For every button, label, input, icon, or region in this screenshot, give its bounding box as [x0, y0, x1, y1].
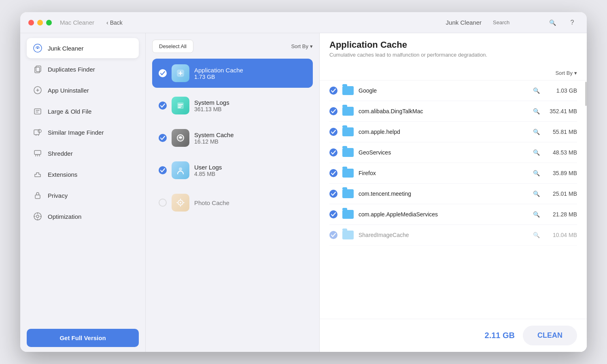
sidebar-item-shredder[interactable]: Shredder — [27, 143, 139, 163]
clean-button[interactable]: CLEAN — [523, 326, 577, 345]
file-search-icon-google[interactable]: 🔍 — [533, 87, 540, 94]
file-item-geoservices[interactable]: GeoServices 🔍 48.53 MB — [329, 142, 577, 163]
sidebar-item-optimization[interactable]: Optimization — [27, 206, 139, 226]
system-cache-name: System Cache — [194, 131, 306, 138]
sidebar-item-similar-image-finder[interactable]: Similar Image Finder — [27, 122, 139, 142]
file-check-google — [329, 87, 337, 95]
file-item-appmedia[interactable]: com.apple.AppleMediaServices 🔍 21.28 MB — [329, 204, 577, 225]
middle-panel: Deselect All Sort By ▾ App — [146, 33, 320, 352]
file-check-tencent — [329, 190, 337, 198]
file-check-helpd — [329, 128, 337, 136]
sidebar-item-app-uninstaller[interactable]: App Uninstaller — [27, 80, 139, 100]
system-logs-info: System Logs 361.13 MB — [194, 99, 306, 112]
search-bar: 🔍 — [488, 17, 561, 29]
section-title: Junk Cleaner — [446, 19, 482, 26]
scrollbar[interactable] — [585, 82, 587, 106]
cat-check-photo-cache — [159, 199, 167, 207]
cat-check-system-logs — [159, 102, 167, 110]
traffic-lights — [28, 20, 52, 25]
user-logs-icon — [172, 161, 189, 179]
right-panel: Application Cache Cumulative caches lead… — [320, 33, 587, 352]
content-area: Junk Cleaner Duplicates Finder — [20, 33, 587, 352]
duplicates-finder-icon — [32, 64, 43, 74]
file-item-dingtalk[interactable]: com.alibaba.DingTalkMac 🔍 352.41 MB — [329, 101, 577, 122]
titlebar: Mac Cleaner ‹ Back Junk Cleaner 🔍 ? — [20, 12, 587, 33]
file-item-firefox[interactable]: Firefox 🔍 35.89 MB — [329, 163, 577, 184]
sort-by-right-button[interactable]: Sort By ▾ — [555, 70, 577, 76]
file-size-sharedimagecache: 10.04 MB — [545, 232, 577, 238]
file-item-helpd[interactable]: com.apple.helpd 🔍 55.81 MB — [329, 122, 577, 142]
maximize-button[interactable] — [46, 20, 52, 25]
folder-icon-helpd — [342, 127, 354, 136]
category-item-system-cache[interactable]: System Cache 16.12 MB — [152, 123, 313, 152]
category-item-system-logs[interactable]: System Logs 361.13 MB — [152, 91, 313, 120]
svg-rect-9 — [35, 195, 40, 199]
back-button[interactable]: ‹ Back — [106, 19, 123, 26]
svg-point-1 — [37, 47, 38, 49]
sidebar-item-privacy[interactable]: Privacy — [27, 185, 139, 205]
file-item-sharedimagecache[interactable]: SharedImageCache 🔍 10.04 MB — [329, 225, 577, 245]
file-name-google: Google — [359, 87, 528, 94]
file-search-icon-dingtalk[interactable]: 🔍 — [533, 108, 540, 114]
file-name-appmedia: com.apple.AppleMediaServices — [359, 211, 528, 218]
total-size: 2.11 GB — [485, 331, 515, 340]
file-size-helpd: 55.81 MB — [545, 129, 577, 135]
file-search-icon-geoservices[interactable]: 🔍 — [533, 149, 540, 156]
file-search-icon-tencent[interactable]: 🔍 — [533, 190, 540, 197]
system-logs-name: System Logs — [194, 99, 306, 106]
folder-icon-sharedimagecache — [342, 231, 354, 239]
deselect-all-button[interactable]: Deselect All — [152, 40, 193, 53]
extensions-icon — [32, 169, 43, 180]
category-item-user-logs[interactable]: User Logs 4.85 MB — [152, 156, 313, 185]
svg-rect-8 — [34, 150, 41, 154]
file-size-dingtalk: 352.41 MB — [545, 108, 577, 114]
category-item-photo-cache[interactable]: Photo Cache — [152, 188, 313, 217]
large-old-file-icon — [32, 106, 43, 116]
file-item-google[interactable]: Google 🔍 1.03 GB — [329, 80, 577, 101]
photo-cache-icon — [172, 194, 189, 212]
sidebar-item-label-junk-cleaner: Junk Cleaner — [48, 45, 83, 52]
minimize-button[interactable] — [37, 20, 43, 25]
bottom-bar: 2.11 GB CLEAN — [320, 319, 587, 352]
file-search-icon-appmedia[interactable]: 🔍 — [533, 211, 540, 218]
privacy-icon — [32, 190, 43, 201]
right-title-row: Application Cache — [329, 40, 577, 50]
file-size-geoservices: 48.53 MB — [545, 149, 577, 156]
file-size-google: 1.03 GB — [545, 87, 577, 94]
help-button[interactable]: ? — [566, 16, 579, 29]
app-cache-name: Application Cache — [194, 67, 306, 74]
cat-check-user-logs — [159, 166, 167, 174]
file-size-firefox: 35.89 MB — [545, 170, 577, 176]
folder-icon-firefox — [342, 169, 354, 178]
category-item-app-cache[interactable]: Application Cache 1.73 GB — [152, 59, 313, 88]
shredder-icon — [32, 148, 43, 159]
sort-chevron-down-icon: ▾ — [574, 70, 577, 76]
sort-by-middle-button[interactable]: Sort By ▾ — [291, 43, 313, 49]
svg-point-7 — [38, 129, 41, 133]
close-button[interactable] — [28, 20, 34, 25]
file-search-icon-firefox[interactable]: 🔍 — [533, 170, 540, 176]
junk-cleaner-icon — [32, 43, 43, 53]
file-item-tencent[interactable]: com.tencent.meeting 🔍 25.01 MB — [329, 184, 577, 204]
search-icon: 🔍 — [549, 19, 556, 26]
user-logs-size: 4.85 MB — [194, 171, 306, 177]
sidebar-item-large-old-file[interactable]: Large & Old File — [27, 101, 139, 121]
sidebar-item-label-optimization: Optimization — [48, 213, 81, 220]
chevron-down-icon: ▾ — [310, 43, 313, 49]
sidebar-item-duplicates-finder[interactable]: Duplicates Finder — [27, 59, 139, 79]
system-logs-size: 361.13 MB — [194, 106, 306, 112]
right-panel-title: Application Cache — [329, 40, 407, 50]
file-check-appmedia — [329, 210, 337, 218]
file-search-icon-helpd[interactable]: 🔍 — [533, 129, 540, 135]
sidebar-item-junk-cleaner[interactable]: Junk Cleaner — [27, 38, 139, 58]
svg-rect-2 — [35, 67, 40, 73]
sidebar-item-extensions[interactable]: Extensions — [27, 164, 139, 184]
right-panel-header: Application Cache Cumulative caches lead… — [320, 33, 587, 66]
right-panel-description: Cumulative caches lead to malfunction or… — [329, 52, 577, 58]
search-input[interactable] — [493, 19, 547, 25]
file-search-icon-sharedimagecache[interactable]: 🔍 — [533, 232, 540, 238]
folder-icon-geoservices — [342, 148, 354, 157]
get-full-version-button[interactable]: Get Full Version — [27, 329, 139, 347]
app-cache-icon — [172, 64, 189, 82]
app-title: Mac Cleaner — [60, 19, 94, 26]
